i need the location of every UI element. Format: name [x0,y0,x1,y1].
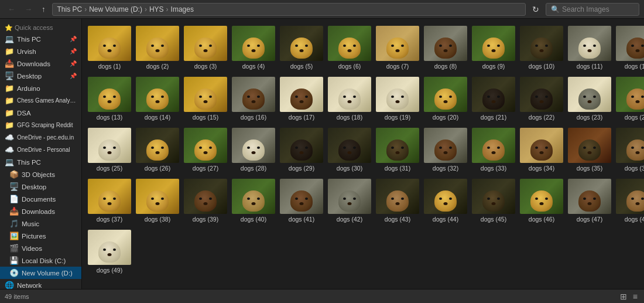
thumbnail-item[interactable]: dogs (44) [423,176,468,225]
sidebar-item-desktop[interactable]: 🖥️ Desktop [0,181,81,193]
thumbnail-label: dogs (42) [337,216,362,223]
sidebar-item-videos[interactable]: 🎬 Videos [0,242,81,254]
thumbnail-image [520,77,563,112]
thumbnail-item[interactable]: dogs (17) [279,74,324,123]
thumbnail-item[interactable]: dogs (2) [135,23,180,72]
thumbnail-item[interactable]: dogs (21) [471,74,516,123]
thumbnail-item[interactable]: dogs (12) [615,23,644,72]
thumbnail-item[interactable]: dogs (41) [279,176,324,225]
sidebar-item-urvish[interactable]: 📁 Urvish 📌 [0,45,81,57]
sidebar-item-this-pc[interactable]: 💻 This PC [0,156,81,168]
thumbnail-item[interactable]: dogs (20) [423,74,468,123]
address-bar[interactable]: This PC › New Volume (D:) › HYS › Images [52,3,526,16]
thumbnail-item[interactable]: dogs (10) [519,23,564,72]
thumbnail-item[interactable]: dogs (40) [231,176,276,225]
sidebar-item-documents[interactable]: 📄 Documents [0,193,81,205]
sidebar-item-new-volume[interactable]: 💿 New Volume (D:) [0,267,81,279]
thumbnail-item[interactable]: dogs (9) [471,23,516,72]
sidebar-item-this-pc-quick[interactable]: 💻 This PC 📌 [0,33,81,45]
sidebar-item-music[interactable]: 🎵 Music [0,217,81,230]
sidebar-item-local-disk[interactable]: 💾 Local Disk (C:) [0,254,81,267]
thumbnail-item[interactable]: dogs (46) [519,176,564,225]
thumbnail-item[interactable]: dogs (49) [87,227,132,276]
sidebar-item-dsa[interactable]: 📁 DSA [0,107,81,119]
thumbnail-item[interactable]: dogs (25) [87,125,132,174]
forward-button[interactable]: → [22,4,35,15]
thumbnail-item[interactable]: dogs (14) [135,74,180,123]
thumbnail-item[interactable]: dogs (31) [375,125,420,174]
sidebar-item-3d-objects[interactable]: 📦 3D Objects [0,168,81,181]
thumbnail-item[interactable]: dogs (15) [183,74,228,123]
breadcrumb-volume: New Volume (D:) [89,5,142,13]
thumbnail-item[interactable]: dogs (18) [327,74,372,123]
thumbnail-image [568,77,611,112]
thumbnail-item[interactable]: dogs (28) [231,125,276,174]
sidebar-item-desktop-quick[interactable]: 🖥️ Desktop 📌 [0,70,81,82]
thumbnail-item[interactable]: dogs (45) [471,176,516,225]
thumbnail-item[interactable]: dogs (8) [423,23,468,72]
grid-view-button[interactable]: ⊞ [618,292,629,301]
thumbnail-item[interactable]: dogs (43) [375,176,420,225]
thumbnail-item[interactable]: dogs (36) [615,125,644,174]
main-area: ⭐ Quick access 💻 This PC 📌 📁 Urvish 📌 📥 … [0,19,644,289]
thumbnail-image [136,77,179,112]
thumbnail-label: dogs (19) [385,114,410,121]
thumbnail-item[interactable]: dogs (47) [567,176,612,225]
thumbnail-item[interactable]: dogs (34) [519,125,564,174]
content-area[interactable]: dogs (1)dogs (2)dogs (3)dogs (4)dogs (5)… [82,19,644,289]
sidebar-item-downloads[interactable]: 📥 Downloads [0,205,81,217]
thumbnail-label: dogs (34) [529,165,554,172]
sidebar-item-chess[interactable]: 📁 Chess Games Analysis [0,94,81,107]
thumbnail-item[interactable]: dogs (29) [279,125,324,174]
thumbnail-item[interactable]: dogs (7) [375,23,420,72]
thumbnail-image [424,179,467,214]
sidebar-item-onedrive-pec[interactable]: ☁️ OneDrive - pec.edu.in [0,131,81,144]
thumbnail-item[interactable]: dogs (16) [231,74,276,123]
thumbnail-image [232,128,275,163]
thumbnail-item[interactable]: dogs (13) [87,74,132,123]
thumbnail-item[interactable]: dogs (32) [423,125,468,174]
thumbnail-item[interactable]: dogs (35) [567,125,612,174]
thumbnail-label: dogs (7) [386,63,409,70]
thumbnail-item[interactable]: dogs (38) [135,176,180,225]
thumbnail-item[interactable]: dogs (19) [375,74,420,123]
thumbnail-label: dogs (12) [625,63,644,70]
thumbnail-image [568,179,611,214]
thumbnail-item[interactable]: dogs (23) [567,74,612,123]
thumbnail-label: dogs (3) [194,63,217,70]
sidebar-item-downloads-quick[interactable]: 📥 Downloads 📌 [0,57,81,70]
thumbnail-item[interactable]: dogs (1) [87,23,132,72]
thumbnail-item[interactable]: dogs (48) [615,176,644,225]
thumbnail-item[interactable]: dogs (5) [279,23,324,72]
thumbnail-item[interactable]: dogs (26) [135,125,180,174]
thumbnail-image [616,179,644,214]
thumbnail-image [472,128,515,163]
thumbnail-item[interactable]: dogs (33) [471,125,516,174]
thumbnail-item[interactable]: dogs (3) [183,23,228,72]
sidebar-item-pictures[interactable]: 🖼️ Pictures [0,230,81,242]
list-view-button[interactable]: ≡ [631,292,639,301]
thumbnail-item[interactable]: dogs (22) [519,74,564,123]
search-bar[interactable]: 🔍 Search Images [546,3,639,16]
folder-icon: 📁 [5,108,14,117]
thumbnail-item[interactable]: dogs (6) [327,23,372,72]
sidebar-item-onedrive-personal[interactable]: ☁️ OneDrive - Personal [0,144,81,156]
thumbnail-label: dogs (24) [625,114,644,121]
back-button[interactable]: ← [5,4,18,15]
sidebar-item-arduino[interactable]: 📁 Arduino [0,82,81,94]
thumbnail-item[interactable]: dogs (30) [327,125,372,174]
thumbnail-item[interactable]: dogs (39) [183,176,228,225]
thumbnail-item[interactable]: dogs (27) [183,125,228,174]
thumbnail-image [424,26,467,61]
thumbnail-item[interactable]: dogs (4) [231,23,276,72]
thumbnail-item[interactable]: dogs (37) [87,176,132,225]
thumbnail-item[interactable]: dogs (24) [615,74,644,123]
sidebar-item-network[interactable]: 🌐 Network [0,279,81,289]
thumbnail-label: dogs (15) [193,114,218,121]
thumbnail-label: dogs (37) [97,216,122,223]
thumbnail-item[interactable]: dogs (11) [567,23,612,72]
up-button[interactable]: ↑ [39,4,49,15]
thumbnail-item[interactable]: dogs (42) [327,176,372,225]
sidebar-item-gfg[interactable]: 📁 GFG Scraping Reddit [0,119,81,131]
refresh-button[interactable]: ↻ [529,4,542,15]
